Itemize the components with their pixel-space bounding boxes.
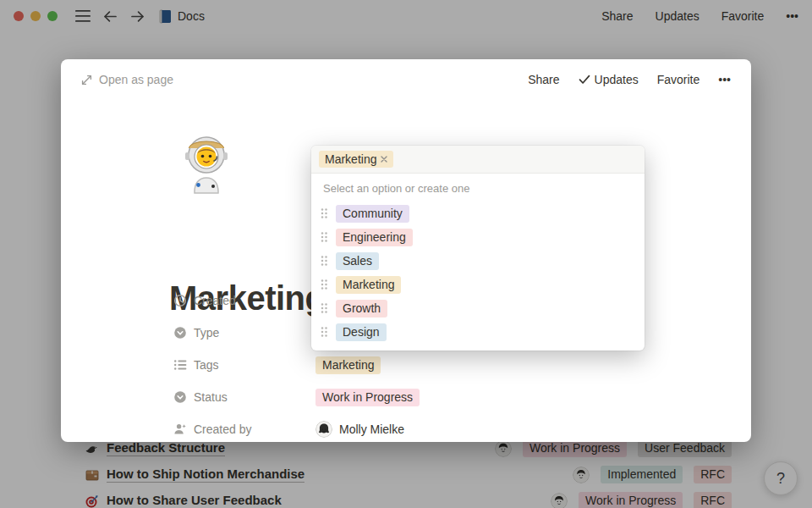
- multiselect-icon: [173, 358, 187, 372]
- select-icon: [173, 326, 187, 340]
- more-button[interactable]: •••: [718, 73, 731, 86]
- tag-badge[interactable]: Marketing: [336, 276, 401, 294]
- tag-badge[interactable]: Community: [336, 205, 409, 223]
- select-icon: [173, 390, 187, 404]
- property-value: Marketing: [315, 356, 381, 374]
- option-growth[interactable]: Growth: [311, 296, 645, 320]
- avatar: [315, 421, 332, 438]
- tag-badge[interactable]: Sales: [336, 252, 379, 270]
- property-key: Type: [173, 326, 315, 340]
- property-label: Created by: [194, 422, 251, 436]
- property-label: Type: [194, 326, 219, 340]
- check-icon: [579, 75, 590, 85]
- option-engineering[interactable]: Engineering: [311, 225, 645, 249]
- drag-handle-icon[interactable]: [320, 255, 328, 267]
- option-design[interactable]: Design: [311, 320, 645, 344]
- open-as-page-button[interactable]: Open as page: [81, 73, 173, 86]
- property-key: Status: [173, 390, 315, 404]
- updates-label: Updates: [595, 73, 639, 86]
- tag-badge[interactable]: Marketing: [315, 356, 381, 374]
- property-value: Work in Progress: [315, 389, 420, 406]
- dropdown-hint: Select an option or create one: [311, 174, 645, 198]
- updates-button[interactable]: Updates: [579, 73, 639, 86]
- selected-tag-chip: Marketing: [319, 151, 393, 168]
- drag-handle-icon[interactable]: [320, 326, 328, 338]
- status-badge[interactable]: Work in Progress: [315, 389, 420, 406]
- modal-header: Open as page Share Updates Favorite •••: [61, 59, 751, 86]
- option-sales[interactable]: Sales: [311, 249, 645, 273]
- selected-tag-label: Marketing: [325, 152, 376, 166]
- tag-badge[interactable]: Design: [336, 323, 387, 341]
- property-row-created-by[interactable]: Created by Molly Mielke: [173, 413, 723, 445]
- tag-select-dropdown: Marketing Select an option or create one…: [311, 146, 645, 351]
- property-label: Tags: [194, 358, 219, 372]
- property-row-tags[interactable]: Tags Marketing: [173, 349, 723, 381]
- person-icon: [173, 422, 187, 436]
- property-label: Status: [194, 390, 228, 404]
- share-button[interactable]: Share: [528, 73, 559, 86]
- property-key: Created by: [173, 422, 315, 436]
- property-value: Molly Mielke: [315, 421, 404, 438]
- favorite-button[interactable]: Favorite: [657, 73, 700, 86]
- clock-icon: [173, 294, 187, 307]
- woman-astronaut-icon[interactable]: [179, 134, 233, 195]
- tag-badge[interactable]: Growth: [336, 300, 387, 318]
- option-marketing[interactable]: Marketing: [311, 273, 645, 296]
- created-by-name[interactable]: Molly Mielke: [339, 422, 404, 436]
- property-key: Created: [173, 294, 315, 307]
- drag-handle-icon[interactable]: [320, 302, 328, 314]
- option-community[interactable]: Community: [311, 202, 645, 225]
- open-as-page-label: Open as page: [99, 73, 173, 86]
- tag-badge[interactable]: Engineering: [336, 229, 413, 246]
- expand-icon: [81, 75, 92, 86]
- drag-handle-icon[interactable]: [320, 279, 328, 290]
- property-key: Tags: [173, 358, 315, 372]
- property-label: Created: [194, 294, 236, 307]
- remove-tag-icon[interactable]: [381, 156, 387, 163]
- dropdown-options: Community Engineering Sales Marketing Gr…: [311, 198, 645, 351]
- modal-actions: Share Updates Favorite •••: [528, 73, 731, 86]
- drag-handle-icon[interactable]: [320, 231, 328, 243]
- property-row-status[interactable]: Status Work in Progress: [173, 381, 723, 413]
- drag-handle-icon[interactable]: [320, 207, 328, 219]
- selected-tags-input[interactable]: Marketing: [311, 146, 645, 174]
